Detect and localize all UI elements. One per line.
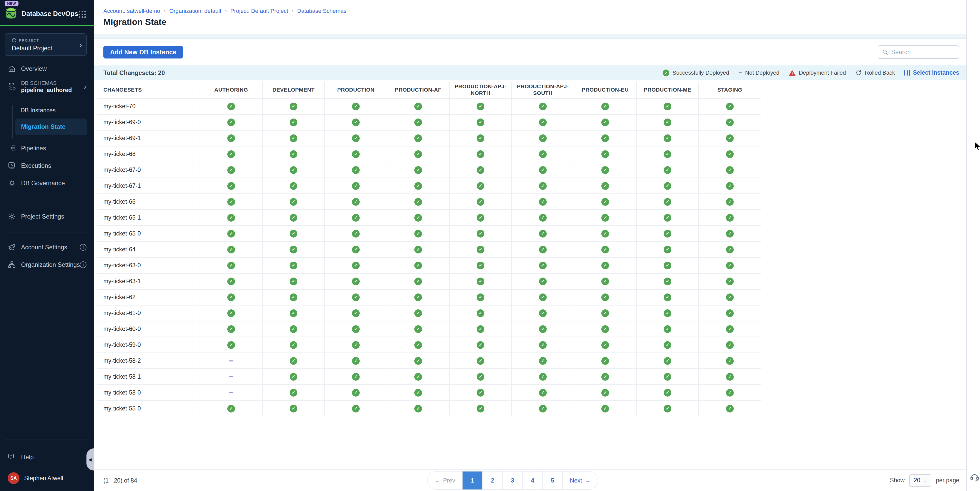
success-badge-icon: ✓ [664,166,671,174]
changeset-name: my-ticket-64 [97,242,200,257]
total-changesets-label: Total Changesets: 20 [103,69,165,76]
page-button-1[interactable]: 1 [462,472,482,489]
page-button-3[interactable]: 3 [502,472,522,489]
page-button-4[interactable]: 4 [522,472,542,489]
success-badge-icon: ✓ [477,309,484,317]
success-badge-icon: ✓ [352,150,360,158]
success-badge-icon: ✓ [290,405,298,413]
not-deployed-dash-icon [738,72,742,73]
status-cell: ✓ [637,130,698,146]
sidebar-item-db-instances[interactable]: DB Instances [21,105,87,116]
user-menu[interactable]: SA Stephen Atwell [0,472,94,485]
success-badge-icon: ✓ [477,294,484,301]
success-badge-icon: ✓ [414,294,422,301]
add-new-db-instance-button[interactable]: Add New DB Instance [103,46,183,59]
status-cell: ✓ [699,258,760,273]
project-selector[interactable]: PROJECT Default Project › [5,33,87,56]
success-badge-icon: ✓ [726,198,734,206]
prev-page-button[interactable]: ← Prev [427,472,462,489]
sidebar-item-account-settings[interactable]: Account Settings i [0,241,94,254]
success-badge-icon: ✓ [290,278,298,285]
success-badge-icon: ✓ [539,119,547,126]
new-badge: NEW [5,1,19,6]
support-headset-icon[interactable] [969,472,980,482]
search-box[interactable] [878,45,959,59]
status-cell: ✓ [387,385,449,400]
breadcrumb-link-project[interactable]: Project: Default Project [231,8,288,14]
status-cell: ✓ [512,226,574,241]
status-cell: ✓ [200,99,262,114]
status-cell: ✓ [512,194,574,209]
collapse-arrow-icon: ◀ [89,457,92,462]
app-title: Database DevOps [22,10,78,18]
success-badge-icon: ✓ [664,294,671,301]
sidebar-item-db-schemas[interactable]: DB SCHEMAS pipeline_authored › [0,76,94,97]
sidebar-item-executions[interactable]: Executions [0,159,94,172]
cube-icon [12,38,16,43]
status-cell: ✓ [450,369,511,384]
success-badge-icon: ✓ [601,150,609,158]
breadcrumb-link-account[interactable]: Account: satwell-demo [103,8,160,14]
status-cell: ✓ [699,290,760,305]
breadcrumb-link-organization[interactable]: Organization: default [169,8,221,14]
status-cell: ✓ [699,369,760,384]
success-badge-icon: ✓ [414,325,422,333]
status-cell: ✓ [200,226,262,241]
status-cell: ✓ [387,146,449,162]
status-cell: ✓ [200,162,262,178]
success-badge-icon: ✓ [601,278,609,285]
success-badge-icon: ✓ [664,278,671,285]
success-badge-icon: ✓ [352,325,360,333]
info-icon[interactable]: i [80,244,86,251]
changeset-name: my-ticket-58-0 [97,385,200,400]
user-name: Stephen Atwell [24,475,63,482]
select-instances-button[interactable]: Select Instances [904,69,959,76]
success-badge-icon: ✓ [477,405,484,413]
sidebar-item-organization-settings[interactable]: Organization Settings i [0,258,94,272]
breadcrumb-link-database-schemas[interactable]: Database Schemas [297,8,346,14]
success-badge-icon: ✓ [290,103,298,110]
status-cell [200,369,262,384]
sidebar-item-pipelines[interactable]: Pipelines [0,141,94,155]
info-icon[interactable]: i [80,261,86,268]
changeset-name: my-ticket-63-0 [97,258,200,273]
success-badge-icon: ✓ [539,214,547,222]
success-badge-icon: ✓ [352,262,360,269]
success-badge-icon: ✓ [290,309,298,317]
status-legend: ✓ Successfully Deployed Not Deployed Dep… [663,65,959,80]
arrow-right-icon: → [585,477,590,484]
status-cell: ✓ [574,369,636,384]
sidebar-item-overview[interactable]: Overview [0,62,94,75]
success-badge-icon: ✓ [601,198,609,206]
page-button-5[interactable]: 5 [542,472,562,489]
status-cell: ✓ [387,258,449,273]
success-badge-icon: ✓ [601,166,609,174]
status-cell: ✓ [574,258,636,273]
app-switcher-icon[interactable] [79,11,86,18]
changeset-name: my-ticket-66 [97,194,200,209]
sidebar-item-help[interactable]: ? Help [0,450,94,464]
sidebar-item-db-governance[interactable]: DB Governance [0,176,94,190]
page-size-select[interactable]: 20 ⌄ [909,474,931,487]
status-cell: ✓ [574,99,636,114]
status-cell: ✓ [450,178,511,194]
success-badge-icon: ✓ [664,405,671,413]
next-page-button[interactable]: Next → [562,472,598,489]
changeset-name: my-ticket-62 [97,290,200,305]
success-badge-icon: ✓ [664,389,671,397]
success-badge-icon: ✓ [539,278,547,285]
success-badge-icon: ✓ [539,309,547,317]
select-instances-label: Select Instances [913,69,959,76]
status-cell: ✓ [263,194,324,209]
search-input[interactable] [891,48,955,56]
status-cell: ✓ [699,115,760,130]
sidebar-item-project-settings[interactable]: Project Settings [0,210,94,223]
executions-icon [8,162,16,169]
success-badge-icon: ✓ [414,214,422,222]
success-badge-icon: ✓ [352,230,360,238]
success-badge-icon: ✓ [663,70,669,76]
sidebar-item-migration-state[interactable]: Migration State [15,119,87,135]
status-cell: ✓ [574,162,636,178]
page-button-2[interactable]: 2 [482,472,502,489]
sidebar-collapse-handle[interactable]: ◀ [86,448,94,470]
